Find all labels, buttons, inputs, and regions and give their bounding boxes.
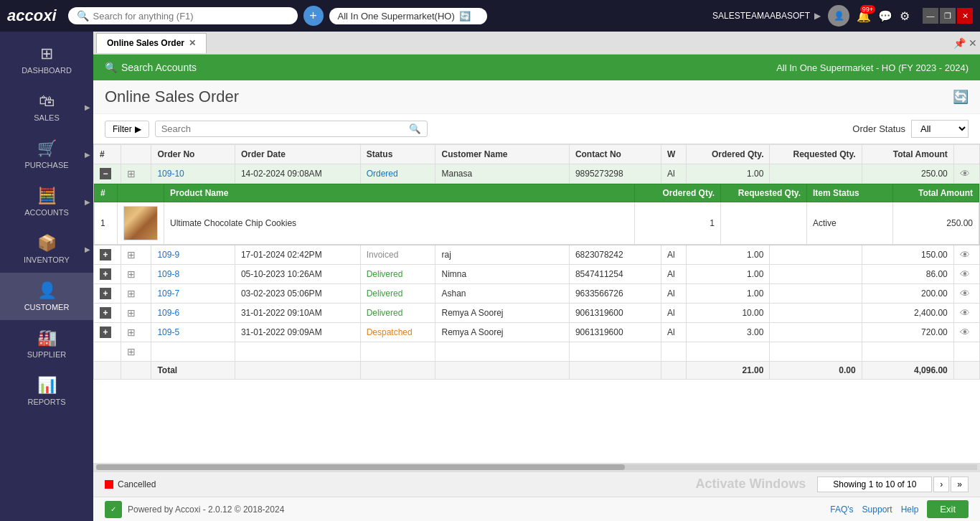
total-label: Total: [151, 362, 235, 380]
supplier-icon: 🏭: [37, 329, 57, 347]
row-requested-qty: [770, 164, 862, 184]
filter-search-box[interactable]: 🔍: [155, 121, 428, 137]
support-link[interactable]: Support: [862, 504, 892, 515]
total-ordered-qty: 21.00: [686, 362, 770, 380]
next-page-button[interactable]: ›: [933, 477, 949, 492]
product-thumbnail: [123, 206, 158, 240]
row-num: +: [94, 323, 121, 342]
tab-close-button[interactable]: ✕: [969, 37, 977, 49]
minimize-button[interactable]: —: [923, 8, 938, 24]
eye-icon[interactable]: 👁: [960, 168, 970, 179]
green-header: 🔍 Search Accounts All In One Supermarket…: [93, 55, 980, 80]
sidebar-item-dashboard[interactable]: ⊞ DASHBOARD: [0, 36, 93, 83]
sub-row-ordered-qty: 1: [635, 202, 721, 245]
scroll-thumb[interactable]: [96, 464, 625, 470]
col-actions: [953, 145, 979, 164]
sidebar-item-supplier[interactable]: 🏭 SUPPLIER: [0, 320, 93, 367]
filter-button[interactable]: Filter ▶: [105, 121, 149, 138]
settings-icon[interactable]: ⚙: [900, 9, 910, 23]
col-ordered-qty: Ordered Qty.: [686, 145, 770, 164]
cancelled-color-swatch: [105, 480, 113, 489]
expand-button[interactable]: +: [100, 288, 111, 299]
orders-table-container[interactable]: # Order No Order Date Status Customer Na…: [93, 144, 980, 463]
search-accounts-label: Search Accounts: [121, 62, 197, 73]
global-search-bar[interactable]: 🔍: [68, 7, 298, 24]
filter-label: Filter: [113, 124, 132, 134]
last-page-button[interactable]: »: [951, 477, 969, 492]
username: SALESTEAMAABASOFT: [712, 11, 810, 21]
expand-button[interactable]: +: [100, 327, 111, 338]
messages-icon[interactable]: 💬: [878, 9, 892, 23]
cancelled-label: Cancelled: [118, 479, 156, 489]
total-row: Total 21.00 0.00 4,096.00: [94, 362, 980, 380]
sidebar-item-reports[interactable]: 📊 REPORTS: [0, 367, 93, 415]
filter-search-submit[interactable]: 🔍: [409, 123, 421, 134]
col-total-amount: Total Amount: [862, 145, 953, 164]
company-name: All In One Supermarket(HO): [338, 11, 455, 22]
sub-row-product-name: Ultimate Chocolate Chip Cookies: [164, 202, 635, 245]
eye-icon[interactable]: 👁: [960, 249, 970, 260]
order-status-select[interactable]: All: [911, 120, 969, 138]
help-link[interactable]: Help: [901, 504, 919, 515]
order-status-label: Order Status: [852, 123, 905, 134]
row-customer-name: Remya A Soorej: [435, 304, 569, 323]
search-icon: 🔍: [77, 10, 89, 22]
eye-icon[interactable]: 👁: [960, 268, 970, 280]
exit-button[interactable]: Exit: [927, 500, 969, 518]
eye-icon[interactable]: 👁: [960, 288, 970, 299]
row-requested-qty: [770, 284, 862, 304]
row-total-amount: 200.00: [862, 284, 953, 304]
sidebar-item-accounts[interactable]: 🧮 ACCOUNTS ▶: [0, 178, 93, 225]
row-status: Delivered: [360, 284, 435, 304]
sub-row-img: [118, 202, 164, 245]
page-refresh-button[interactable]: 🔄: [953, 89, 969, 105]
filter-search-input[interactable]: [161, 123, 409, 134]
sidebar-item-inventory[interactable]: 📦 INVENTORY ▶: [0, 225, 93, 273]
row-num: +: [94, 284, 121, 304]
tab-close-icon[interactable]: ✕: [189, 38, 196, 48]
total-amount: 4,096.00: [862, 362, 953, 380]
sidebar-item-customer[interactable]: 👤 CUSTOMER: [0, 273, 93, 320]
avatar[interactable]: 👤: [828, 5, 849, 27]
row-num: +: [94, 304, 121, 323]
collapse-button[interactable]: −: [100, 168, 111, 179]
col-w: W: [661, 145, 687, 164]
expand-button[interactable]: +: [100, 249, 111, 260]
eye-icon[interactable]: 👁: [960, 327, 970, 338]
cancelled-indicator: Cancelled: [105, 479, 156, 489]
row-grid: ⊞: [121, 245, 151, 265]
row-status: Despatched: [360, 323, 435, 342]
restore-button[interactable]: ❐: [940, 8, 956, 24]
sidebar-item-purchase[interactable]: 🛒 PURCHASE ▶: [0, 131, 93, 178]
col-requested-qty: Requested Qty.: [770, 145, 862, 164]
sub-col-product-name: Product Name: [164, 184, 635, 202]
add-button[interactable]: +: [303, 6, 324, 26]
close-window-button[interactable]: ✕: [957, 8, 973, 24]
sidebar-label-accounts: ACCOUNTS: [24, 208, 69, 217]
row-ordered-qty: 1.00: [686, 284, 770, 304]
total-empty1: [94, 362, 121, 380]
company-refresh-icon[interactable]: 🔄: [459, 11, 471, 22]
horizontal-scrollbar[interactable]: [93, 463, 980, 471]
row-ordered-qty: 3.00: [686, 323, 770, 342]
expand-button[interactable]: +: [100, 307, 111, 319]
bottom-bar: Cancelled Activate Windows Showing 1 to …: [93, 471, 980, 497]
tab-pin-button[interactable]: 📌: [953, 37, 966, 49]
global-search-input[interactable]: [93, 11, 280, 22]
search-accounts-button[interactable]: 🔍 Search Accounts: [105, 62, 197, 73]
page-content: Online Sales Order 🔄 Filter ▶ 🔍 Order St…: [93, 80, 980, 521]
row-contact-no: 9633566726: [569, 284, 661, 304]
row-grid: ⊞: [121, 164, 151, 184]
tab-online-sales-order[interactable]: Online Sales Order ✕: [96, 33, 207, 53]
row-w: Al: [661, 323, 687, 342]
row-w: Al: [661, 265, 687, 284]
expand-button[interactable]: +: [100, 268, 111, 280]
company-selector[interactable]: All In One Supermarket(HO) 🔄: [329, 8, 487, 24]
sidebar-item-sales[interactable]: 🛍 SALES ▶: [0, 83, 93, 131]
row-eye: 👁: [953, 245, 979, 265]
faqs-link[interactable]: FAQ's: [830, 504, 853, 515]
notifications-icon[interactable]: 🔔 99+: [857, 9, 871, 23]
eye-icon[interactable]: 👁: [960, 307, 970, 319]
content-area: Online Sales Order ✕ 📌 ✕ 🔍 Search Accoun…: [93, 32, 980, 521]
total-requested-qty: 0.00: [770, 362, 862, 380]
